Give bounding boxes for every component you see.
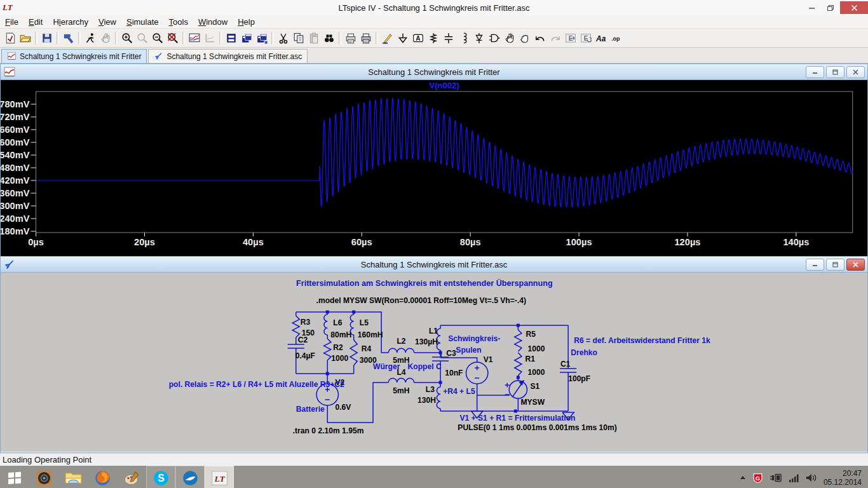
ground-button[interactable] — [395, 30, 410, 46]
y-tick-label: 300mV — [1, 201, 30, 211]
menu-tools[interactable]: Tools — [164, 17, 193, 27]
toolbar-separator — [182, 32, 185, 44]
schematic-text: L5 — [360, 318, 369, 327]
schematic-text: Würger — [373, 362, 400, 371]
component-button[interactable] — [487, 30, 502, 46]
schematic-text: R6 = def. Arbeitswiderstand Fritter 1k — [574, 336, 710, 345]
rotate-button[interactable]: E — [578, 30, 593, 46]
schematic-text: 130H — [417, 396, 436, 405]
minimize-button[interactable] — [802, 1, 821, 14]
toolbar-separator — [376, 32, 378, 44]
menu-view[interactable]: View — [93, 17, 121, 27]
copy-button[interactable] — [291, 30, 306, 46]
waveform-plot[interactable]: V(n002)780mV720mV660mV600mV540mV480mV420… — [1, 80, 867, 256]
plot-settings-button[interactable] — [187, 30, 202, 46]
print-preview-button[interactable] — [343, 30, 358, 46]
spice-directive-button[interactable]: .op — [609, 30, 624, 46]
cut-button[interactable] — [276, 30, 291, 46]
taskbar-ltspice-button[interactable]: LT — [205, 466, 234, 488]
antivirus-tray-icon[interactable]: G — [752, 473, 763, 484]
waveform-close-button[interactable] — [846, 66, 865, 78]
start-button[interactable] — [0, 466, 29, 488]
cascade-windows-alt-button[interactable] — [254, 30, 269, 46]
toolbar-separator — [115, 32, 118, 44]
schematic-text: R5 — [526, 330, 536, 339]
x-tick-label: 20µs — [134, 237, 155, 247]
taskbar-file-explorer-button[interactable] — [58, 466, 88, 488]
capacitor-button[interactable] — [441, 30, 456, 46]
menu-window[interactable]: Window — [193, 17, 233, 27]
schematic-text: L3 — [426, 385, 435, 394]
inductor-button[interactable] — [456, 30, 471, 46]
status-text: Loading Operating Point — [3, 455, 92, 464]
move-button[interactable] — [502, 30, 517, 46]
schematic-text: +R4 + L5 — [443, 387, 475, 396]
schematic-canvas[interactable]: Frittersimulation am Schwingkreis mit en… — [1, 273, 867, 452]
restore-button[interactable] — [821, 1, 840, 14]
zoom-out-button[interactable] — [150, 30, 165, 46]
volume-tray-icon[interactable] — [805, 473, 818, 483]
y-tick-label: 780mV — [1, 99, 30, 109]
schematic-window-titlebar[interactable]: Schaltung 1 Schwingkreis mit Fritter.asc — [1, 257, 867, 273]
menu-file[interactable]: File — [0, 17, 24, 27]
menu-simulate[interactable]: Simulate — [121, 17, 164, 27]
wire-button[interactable] — [380, 30, 395, 46]
print-button[interactable] — [358, 30, 374, 46]
network-tray-icon[interactable] — [789, 473, 799, 483]
tab-1-active[interactable]: Schaltung 1 Schwingkreis mit Fritter — [1, 49, 147, 63]
menu-hierarchy[interactable]: Hierarchy — [48, 17, 93, 27]
schematic-minimize-button[interactable] — [806, 259, 824, 271]
schematic-restore-button[interactable] — [826, 259, 844, 271]
schematic-close-button[interactable] — [846, 259, 865, 271]
close-button[interactable] — [840, 1, 868, 14]
schematic-text: Schwingkreis- — [448, 334, 500, 343]
diode-button[interactable] — [471, 30, 487, 46]
schematic-text: L1 — [429, 327, 438, 336]
waveform-restore-button[interactable] — [826, 66, 844, 78]
waveform-minimize-button[interactable] — [806, 66, 824, 78]
cascade-windows-button[interactable] — [239, 30, 254, 46]
run-button[interactable] — [83, 30, 98, 46]
tab-2[interactable]: Schaltung 1 Schwingkreis mit Fritter.asc — [148, 49, 308, 63]
drag-button[interactable] — [517, 30, 532, 46]
toolbar-separator — [219, 32, 222, 44]
trace-label[interactable]: V(n002) — [429, 81, 459, 90]
save-button[interactable] — [39, 30, 55, 46]
taskbar-audio-app-button[interactable] — [29, 466, 58, 488]
find-button[interactable] — [322, 30, 337, 46]
taskbar-clock[interactable]: 20:47 05.12.2014 — [824, 469, 862, 487]
taskbar-firefox-button[interactable] — [88, 466, 117, 488]
schematic-text: C1 — [560, 360, 571, 369]
control-panel-button[interactable] — [61, 30, 76, 46]
hidden-icons-button[interactable] — [739, 474, 747, 482]
taskbar-skype-button[interactable]: S — [146, 466, 175, 488]
power-tray-icon[interactable] — [769, 473, 783, 483]
resistor-button[interactable] — [426, 30, 441, 46]
zoom-in-button[interactable] — [119, 30, 135, 46]
wire — [350, 340, 357, 365]
taskbar-paint-button[interactable] — [117, 466, 146, 488]
zoom-full-extents-button[interactable] — [165, 30, 180, 46]
schematic-text: L6 — [333, 318, 342, 327]
open-button[interactable] — [18, 30, 33, 46]
menu-edit[interactable]: Edit — [24, 17, 48, 27]
svg-text:S: S — [158, 473, 165, 484]
schematic-text: S1 — [531, 382, 540, 391]
x-tick-label: 120µs — [674, 237, 700, 247]
waveform-window-titlebar[interactable]: Schaltung 1 Schwingkreis mit Fritter — [1, 64, 867, 80]
label-net-button[interactable]: A — [410, 30, 426, 46]
menu-help[interactable]: Help — [233, 17, 260, 27]
taskbar: SLT G 20:47 05.12.2014 — [0, 466, 868, 488]
schematic-text: 0.6V — [335, 403, 351, 412]
y-tick-label: 720mV — [1, 112, 30, 122]
schematic-text: 10nF — [445, 369, 463, 377]
y-tick-label: 600mV — [1, 137, 30, 147]
mirror-button[interactable]: E — [563, 30, 578, 46]
new-schematic-button[interactable] — [3, 30, 18, 46]
text-tool-button[interactable]: Aa — [593, 30, 609, 46]
clock-date: 05.12.2014 — [824, 478, 862, 487]
tile-windows-button[interactable] — [224, 30, 239, 46]
schematic-text: R3 — [301, 318, 311, 327]
taskbar-openoffice-button[interactable] — [175, 466, 205, 488]
undo-button[interactable] — [532, 30, 548, 46]
